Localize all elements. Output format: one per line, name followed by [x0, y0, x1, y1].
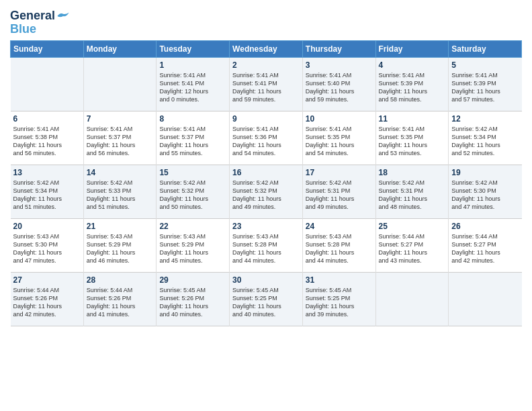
calendar-header: SundayMondayTuesdayWednesdayThursdayFrid…	[11, 40, 522, 57]
calendar-cell	[11, 57, 84, 111]
day-info: Sunrise: 5:41 AM Sunset: 5:35 PM Dayligh…	[306, 125, 373, 158]
calendar-cell: 29Sunrise: 5:45 AM Sunset: 5:26 PM Dayli…	[157, 272, 230, 326]
calendar-cell: 27Sunrise: 5:44 AM Sunset: 5:26 PM Dayli…	[11, 272, 84, 326]
calendar-cell: 21Sunrise: 5:43 AM Sunset: 5:29 PM Dayli…	[83, 218, 157, 272]
day-number: 28	[87, 275, 154, 285]
day-info: Sunrise: 5:42 AM Sunset: 5:31 PM Dayligh…	[306, 179, 373, 212]
calendar-cell: 20Sunrise: 5:43 AM Sunset: 5:30 PM Dayli…	[11, 218, 84, 272]
day-info: Sunrise: 5:43 AM Sunset: 5:29 PM Dayligh…	[87, 232, 154, 265]
day-number: 5	[451, 60, 519, 70]
calendar-cell: 11Sunrise: 5:41 AM Sunset: 5:35 PM Dayli…	[375, 111, 449, 165]
day-number: 21	[87, 222, 154, 231]
main-container: General Blue SundayMondayTuesdayWednesda…	[0, 0, 532, 333]
day-info: Sunrise: 5:41 AM Sunset: 5:38 PM Dayligh…	[13, 125, 81, 158]
day-number: 30	[232, 275, 300, 285]
day-info: Sunrise: 5:44 AM Sunset: 5:26 PM Dayligh…	[13, 286, 81, 319]
calendar-cell: 25Sunrise: 5:44 AM Sunset: 5:27 PM Dayli…	[375, 218, 449, 272]
day-number: 1	[159, 60, 226, 70]
day-number: 10	[306, 114, 373, 124]
day-number: 18	[379, 168, 446, 177]
calendar-cell: 2Sunrise: 5:41 AM Sunset: 5:41 PM Daylig…	[230, 57, 303, 111]
header: General Blue	[10, 7, 522, 36]
calendar-cell: 12Sunrise: 5:42 AM Sunset: 5:34 PM Dayli…	[449, 111, 522, 165]
calendar-cell: 17Sunrise: 5:42 AM Sunset: 5:31 PM Dayli…	[302, 165, 375, 218]
calendar-cell	[83, 57, 157, 111]
day-info: Sunrise: 5:41 AM Sunset: 5:41 PM Dayligh…	[159, 71, 226, 104]
calendar-cell: 26Sunrise: 5:44 AM Sunset: 5:27 PM Dayli…	[449, 218, 522, 272]
day-info: Sunrise: 5:41 AM Sunset: 5:37 PM Dayligh…	[159, 125, 226, 158]
day-info: Sunrise: 5:41 AM Sunset: 5:37 PM Dayligh…	[87, 125, 154, 158]
day-number: 23	[232, 222, 300, 231]
day-info: Sunrise: 5:44 AM Sunset: 5:26 PM Dayligh…	[87, 286, 154, 319]
day-info: Sunrise: 5:43 AM Sunset: 5:28 PM Dayligh…	[306, 232, 373, 265]
logo: General Blue	[10, 9, 70, 36]
calendar-cell: 6Sunrise: 5:41 AM Sunset: 5:38 PM Daylig…	[11, 111, 84, 165]
day-info: Sunrise: 5:45 AM Sunset: 5:25 PM Dayligh…	[232, 286, 300, 319]
day-number: 3	[306, 60, 373, 70]
day-number: 19	[451, 168, 519, 177]
day-number: 9	[232, 114, 300, 124]
calendar-cell: 18Sunrise: 5:42 AM Sunset: 5:31 PM Dayli…	[375, 165, 449, 218]
day-info: Sunrise: 5:44 AM Sunset: 5:27 PM Dayligh…	[379, 232, 446, 265]
day-number: 27	[13, 275, 81, 285]
day-info: Sunrise: 5:43 AM Sunset: 5:30 PM Dayligh…	[13, 232, 81, 265]
day-number: 7	[87, 114, 154, 124]
calendar-body: 1Sunrise: 5:41 AM Sunset: 5:41 PM Daylig…	[11, 57, 522, 326]
calendar-cell: 23Sunrise: 5:43 AM Sunset: 5:28 PM Dayli…	[230, 218, 303, 272]
day-info: Sunrise: 5:41 AM Sunset: 5:36 PM Dayligh…	[232, 125, 300, 158]
logo-text-general: General	[10, 9, 55, 23]
day-info: Sunrise: 5:43 AM Sunset: 5:29 PM Dayligh…	[159, 232, 226, 265]
calendar-cell: 10Sunrise: 5:41 AM Sunset: 5:35 PM Dayli…	[302, 111, 375, 165]
day-number: 14	[87, 168, 154, 177]
calendar-week-2: 13Sunrise: 5:42 AM Sunset: 5:34 PM Dayli…	[11, 165, 522, 218]
day-number: 16	[232, 168, 300, 177]
day-info: Sunrise: 5:42 AM Sunset: 5:34 PM Dayligh…	[13, 179, 81, 212]
day-info: Sunrise: 5:41 AM Sunset: 5:40 PM Dayligh…	[306, 71, 373, 104]
calendar-week-0: 1Sunrise: 5:41 AM Sunset: 5:41 PM Daylig…	[11, 57, 522, 111]
header-saturday: Saturday	[449, 40, 522, 57]
header-wednesday: Wednesday	[230, 40, 303, 57]
calendar-cell: 4Sunrise: 5:41 AM Sunset: 5:39 PM Daylig…	[375, 57, 449, 111]
calendar-cell: 13Sunrise: 5:42 AM Sunset: 5:34 PM Dayli…	[11, 165, 84, 218]
day-info: Sunrise: 5:41 AM Sunset: 5:39 PM Dayligh…	[379, 71, 446, 104]
calendar-cell: 5Sunrise: 5:41 AM Sunset: 5:39 PM Daylig…	[449, 57, 522, 111]
day-number: 12	[451, 114, 519, 124]
day-info: Sunrise: 5:45 AM Sunset: 5:25 PM Dayligh…	[306, 286, 373, 319]
header-tuesday: Tuesday	[157, 40, 230, 57]
day-number: 20	[13, 222, 81, 231]
logo-text-blue: Blue	[10, 22, 36, 36]
day-number: 13	[13, 168, 81, 177]
calendar-cell: 22Sunrise: 5:43 AM Sunset: 5:29 PM Dayli…	[157, 218, 230, 272]
day-info: Sunrise: 5:43 AM Sunset: 5:28 PM Dayligh…	[232, 232, 300, 265]
day-info: Sunrise: 5:42 AM Sunset: 5:34 PM Dayligh…	[451, 125, 519, 158]
day-number: 4	[379, 60, 446, 70]
calendar-cell: 24Sunrise: 5:43 AM Sunset: 5:28 PM Dayli…	[302, 218, 375, 272]
calendar-table: SundayMondayTuesdayWednesdayThursdayFrid…	[10, 40, 522, 326]
calendar-cell: 30Sunrise: 5:45 AM Sunset: 5:25 PM Dayli…	[230, 272, 303, 326]
header-monday: Monday	[83, 40, 157, 57]
calendar-cell: 7Sunrise: 5:41 AM Sunset: 5:37 PM Daylig…	[83, 111, 157, 165]
calendar-cell: 16Sunrise: 5:42 AM Sunset: 5:32 PM Dayli…	[230, 165, 303, 218]
day-info: Sunrise: 5:42 AM Sunset: 5:30 PM Dayligh…	[451, 179, 519, 212]
calendar-cell: 31Sunrise: 5:45 AM Sunset: 5:25 PM Dayli…	[302, 272, 375, 326]
calendar-cell: 1Sunrise: 5:41 AM Sunset: 5:41 PM Daylig…	[157, 57, 230, 111]
day-info: Sunrise: 5:42 AM Sunset: 5:32 PM Dayligh…	[159, 179, 226, 212]
day-info: Sunrise: 5:42 AM Sunset: 5:33 PM Dayligh…	[87, 179, 154, 212]
calendar-cell: 9Sunrise: 5:41 AM Sunset: 5:36 PM Daylig…	[230, 111, 303, 165]
header-thursday: Thursday	[302, 40, 375, 57]
day-info: Sunrise: 5:42 AM Sunset: 5:31 PM Dayligh…	[379, 179, 446, 212]
calendar-cell: 8Sunrise: 5:41 AM Sunset: 5:37 PM Daylig…	[157, 111, 230, 165]
day-number: 6	[13, 114, 81, 124]
day-number: 15	[159, 168, 226, 177]
day-number: 31	[306, 275, 373, 285]
logo-bird-icon	[56, 9, 70, 23]
calendar-week-1: 6Sunrise: 5:41 AM Sunset: 5:38 PM Daylig…	[11, 111, 522, 165]
day-info: Sunrise: 5:41 AM Sunset: 5:35 PM Dayligh…	[379, 125, 446, 158]
day-number: 8	[159, 114, 226, 124]
day-number: 24	[306, 222, 373, 231]
header-sunday: Sunday	[11, 40, 84, 57]
day-info: Sunrise: 5:44 AM Sunset: 5:27 PM Dayligh…	[451, 232, 519, 265]
header-row: SundayMondayTuesdayWednesdayThursdayFrid…	[11, 40, 522, 57]
day-info: Sunrise: 5:41 AM Sunset: 5:39 PM Dayligh…	[451, 71, 519, 104]
calendar-cell: 28Sunrise: 5:44 AM Sunset: 5:26 PM Dayli…	[83, 272, 157, 326]
